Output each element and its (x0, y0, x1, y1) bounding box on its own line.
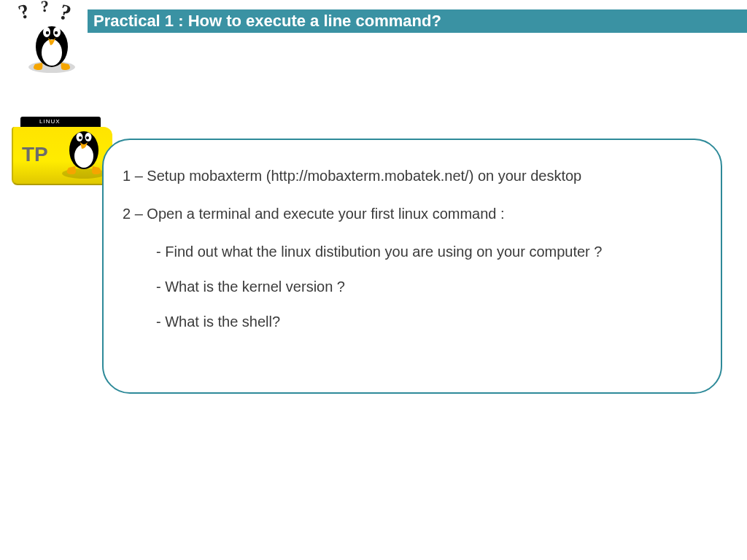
folder-label: TP (22, 143, 48, 166)
step-1: 1 – Setup mobaxterm (http://mobaxterm.mo… (123, 166, 699, 185)
svg-point-5 (46, 31, 49, 34)
page-title: Practical 1 : How to execute a line comm… (93, 12, 441, 31)
content-box: 1 – Setup mobaxterm (http://mobaxterm.mo… (102, 139, 722, 394)
header-bar: Practical 1 : How to execute a line comm… (88, 9, 747, 33)
substep-1: - Find out what the linux distibution yo… (156, 242, 699, 261)
svg-point-12 (79, 136, 82, 139)
substep-3: - What is the shell? (156, 312, 699, 331)
svg-point-6 (55, 31, 58, 34)
tp-folder-icon: LINUX TP (7, 117, 113, 190)
svg-point-13 (86, 136, 89, 139)
tux-questionmark-icon: ? ? ? (15, 1, 88, 74)
substep-2: - What is the kernel version ? (156, 277, 699, 296)
folder-body: TP (12, 127, 112, 185)
step-2: 2 – Open a terminal and execute your fir… (123, 204, 699, 223)
